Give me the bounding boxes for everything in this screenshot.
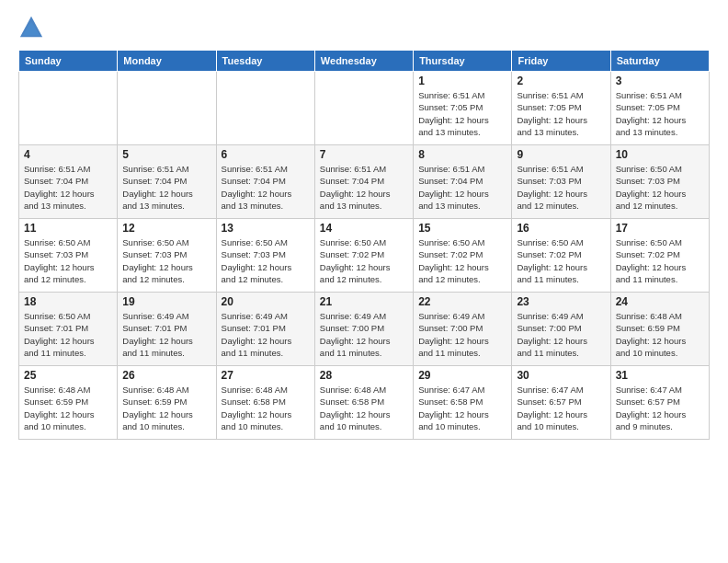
day-number: 30: [517, 369, 605, 382]
day-number: 23: [517, 295, 605, 308]
day-detail: Sunrise: 6:49 AM Sunset: 7:00 PM Dayligh…: [418, 310, 506, 359]
day-cell: 25Sunrise: 6:48 AM Sunset: 6:59 PM Dayli…: [19, 366, 118, 440]
day-detail: Sunrise: 6:51 AM Sunset: 7:04 PM Dayligh…: [24, 163, 112, 212]
week-row-1: 1Sunrise: 6:51 AM Sunset: 7:05 PM Daylig…: [19, 72, 710, 145]
day-cell: 21Sunrise: 6:49 AM Sunset: 7:00 PM Dayli…: [314, 293, 413, 366]
day-detail: Sunrise: 6:49 AM Sunset: 7:01 PM Dayligh…: [122, 310, 210, 359]
day-cell: 1Sunrise: 6:51 AM Sunset: 7:05 PM Daylig…: [414, 72, 512, 145]
day-detail: Sunrise: 6:50 AM Sunset: 7:02 PM Dayligh…: [616, 236, 704, 285]
day-cell: 24Sunrise: 6:48 AM Sunset: 6:59 PM Dayli…: [610, 293, 709, 366]
day-detail: Sunrise: 6:51 AM Sunset: 7:05 PM Dayligh…: [418, 89, 506, 138]
day-detail: Sunrise: 6:49 AM Sunset: 7:01 PM Dayligh…: [222, 310, 310, 359]
day-cell: 18Sunrise: 6:50 AM Sunset: 7:01 PM Dayli…: [19, 293, 118, 366]
day-cell: 3Sunrise: 6:51 AM Sunset: 7:05 PM Daylig…: [610, 72, 709, 145]
day-detail: Sunrise: 6:51 AM Sunset: 7:05 PM Dayligh…: [517, 89, 605, 138]
day-detail: Sunrise: 6:49 AM Sunset: 7:00 PM Dayligh…: [517, 310, 605, 359]
day-cell: 31Sunrise: 6:47 AM Sunset: 6:57 PM Dayli…: [610, 366, 709, 440]
week-row-5: 25Sunrise: 6:48 AM Sunset: 6:59 PM Dayli…: [19, 366, 710, 440]
day-number: 19: [122, 295, 210, 308]
day-number: 24: [616, 295, 704, 308]
day-number: 20: [222, 295, 310, 308]
day-number: 16: [517, 222, 605, 235]
day-number: 14: [320, 222, 408, 235]
day-cell: [19, 72, 118, 145]
day-number: 25: [24, 369, 112, 382]
day-cell: 14Sunrise: 6:50 AM Sunset: 7:02 PM Dayli…: [314, 219, 413, 293]
day-number: 6: [222, 148, 310, 161]
day-detail: Sunrise: 6:48 AM Sunset: 6:58 PM Dayligh…: [222, 384, 310, 432]
day-number: 10: [616, 148, 704, 161]
day-number: 11: [24, 222, 112, 235]
day-number: 27: [222, 369, 310, 382]
header-cell-sunday: Sunday: [19, 51, 118, 72]
day-number: 31: [616, 369, 704, 382]
day-cell: 8Sunrise: 6:51 AM Sunset: 7:04 PM Daylig…: [414, 145, 512, 219]
day-detail: Sunrise: 6:50 AM Sunset: 7:03 PM Dayligh…: [222, 236, 310, 285]
day-cell: 27Sunrise: 6:48 AM Sunset: 6:58 PM Dayli…: [216, 366, 314, 440]
day-number: 3: [616, 75, 704, 87]
day-number: 18: [24, 295, 112, 308]
day-cell: 30Sunrise: 6:47 AM Sunset: 6:57 PM Dayli…: [512, 366, 610, 440]
day-detail: Sunrise: 6:51 AM Sunset: 7:04 PM Dayligh…: [320, 163, 408, 212]
day-detail: Sunrise: 6:50 AM Sunset: 7:02 PM Dayligh…: [320, 236, 408, 285]
day-detail: Sunrise: 6:47 AM Sunset: 6:58 PM Dayligh…: [418, 384, 506, 432]
calendar-header: SundayMondayTuesdayWednesdayThursdayFrid…: [19, 51, 710, 72]
logo: [18, 15, 44, 40]
header-cell-tuesday: Tuesday: [216, 51, 314, 72]
day-detail: Sunrise: 6:47 AM Sunset: 6:57 PM Dayligh…: [517, 384, 605, 432]
day-detail: Sunrise: 6:47 AM Sunset: 6:57 PM Dayligh…: [616, 384, 704, 432]
day-cell: [118, 72, 216, 145]
day-detail: Sunrise: 6:50 AM Sunset: 7:03 PM Dayligh…: [616, 163, 704, 212]
day-cell: 15Sunrise: 6:50 AM Sunset: 7:02 PM Dayli…: [414, 219, 512, 293]
day-cell: 26Sunrise: 6:48 AM Sunset: 6:59 PM Dayli…: [118, 366, 216, 440]
day-cell: 17Sunrise: 6:50 AM Sunset: 7:02 PM Dayli…: [610, 219, 709, 293]
day-cell: 6Sunrise: 6:51 AM Sunset: 7:04 PM Daylig…: [216, 145, 314, 219]
day-detail: Sunrise: 6:51 AM Sunset: 7:03 PM Dayligh…: [517, 163, 605, 212]
day-cell: 4Sunrise: 6:51 AM Sunset: 7:04 PM Daylig…: [19, 145, 118, 219]
day-cell: 10Sunrise: 6:50 AM Sunset: 7:03 PM Dayli…: [610, 145, 709, 219]
day-detail: Sunrise: 6:51 AM Sunset: 7:04 PM Dayligh…: [418, 163, 506, 212]
day-cell: 19Sunrise: 6:49 AM Sunset: 7:01 PM Dayli…: [118, 293, 216, 366]
page: SundayMondayTuesdayWednesdayThursdayFrid…: [0, 0, 728, 563]
day-detail: Sunrise: 6:48 AM Sunset: 6:59 PM Dayligh…: [24, 384, 112, 432]
day-cell: 20Sunrise: 6:49 AM Sunset: 7:01 PM Dayli…: [216, 293, 314, 366]
day-detail: Sunrise: 6:50 AM Sunset: 7:02 PM Dayligh…: [418, 236, 506, 285]
day-number: 12: [122, 222, 210, 235]
day-number: 28: [320, 369, 408, 382]
day-detail: Sunrise: 6:51 AM Sunset: 7:04 PM Dayligh…: [222, 163, 310, 212]
header-row: SundayMondayTuesdayWednesdayThursdayFrid…: [19, 51, 710, 72]
week-row-4: 18Sunrise: 6:50 AM Sunset: 7:01 PM Dayli…: [19, 293, 710, 366]
header-cell-monday: Monday: [118, 51, 216, 72]
day-detail: Sunrise: 6:48 AM Sunset: 6:58 PM Dayligh…: [320, 384, 408, 432]
day-number: 29: [418, 369, 506, 382]
day-cell: 29Sunrise: 6:47 AM Sunset: 6:58 PM Dayli…: [414, 366, 512, 440]
day-number: 13: [222, 222, 310, 235]
day-number: 17: [616, 222, 704, 235]
header-cell-thursday: Thursday: [414, 51, 512, 72]
day-number: 22: [418, 295, 506, 308]
day-number: 8: [418, 148, 506, 161]
week-row-2: 4Sunrise: 6:51 AM Sunset: 7:04 PM Daylig…: [19, 145, 710, 219]
day-cell: 12Sunrise: 6:50 AM Sunset: 7:03 PM Dayli…: [118, 219, 216, 293]
day-cell: [216, 72, 314, 145]
day-detail: Sunrise: 6:51 AM Sunset: 7:04 PM Dayligh…: [122, 163, 210, 212]
day-detail: Sunrise: 6:48 AM Sunset: 6:59 PM Dayligh…: [122, 384, 210, 432]
day-number: 21: [320, 295, 408, 308]
day-number: 15: [418, 222, 506, 235]
day-cell: 13Sunrise: 6:50 AM Sunset: 7:03 PM Dayli…: [216, 219, 314, 293]
day-number: 4: [24, 148, 112, 161]
day-cell: 28Sunrise: 6:48 AM Sunset: 6:58 PM Dayli…: [314, 366, 413, 440]
day-detail: Sunrise: 6:50 AM Sunset: 7:02 PM Dayligh…: [517, 236, 605, 285]
calendar-body: 1Sunrise: 6:51 AM Sunset: 7:05 PM Daylig…: [19, 72, 710, 440]
day-cell: 5Sunrise: 6:51 AM Sunset: 7:04 PM Daylig…: [118, 145, 216, 219]
day-detail: Sunrise: 6:51 AM Sunset: 7:05 PM Dayligh…: [616, 89, 704, 138]
day-detail: Sunrise: 6:50 AM Sunset: 7:01 PM Dayligh…: [24, 310, 112, 359]
day-cell: 9Sunrise: 6:51 AM Sunset: 7:03 PM Daylig…: [512, 145, 610, 219]
day-cell: 7Sunrise: 6:51 AM Sunset: 7:04 PM Daylig…: [314, 145, 413, 219]
day-cell: 22Sunrise: 6:49 AM Sunset: 7:00 PM Dayli…: [414, 293, 512, 366]
header-cell-friday: Friday: [512, 51, 610, 72]
day-detail: Sunrise: 6:49 AM Sunset: 7:00 PM Dayligh…: [320, 310, 408, 359]
day-detail: Sunrise: 6:48 AM Sunset: 6:59 PM Dayligh…: [616, 310, 704, 359]
week-row-3: 11Sunrise: 6:50 AM Sunset: 7:03 PM Dayli…: [19, 219, 710, 293]
calendar-table: SundayMondayTuesdayWednesdayThursdayFrid…: [18, 50, 710, 440]
